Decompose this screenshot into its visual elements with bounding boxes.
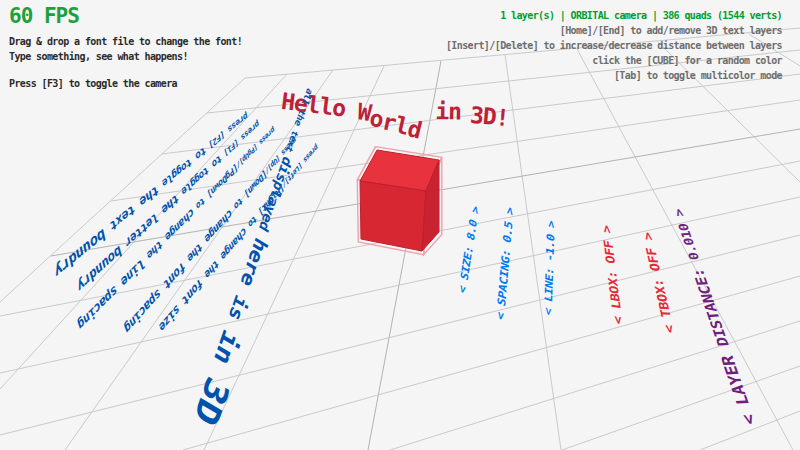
overlay-top-left: 60 FPS Drag & drop a font file to change… [9,8,242,91]
raylib-3d-text-demo-window: HelloWorldin3D! all the text displayed h… [0,0,800,450]
hint-f3-camera: Press [F3] to toggle the camera [9,76,242,91]
hint-type: Type something, see what happens! [9,49,242,64]
cube[interactable] [360,150,439,251]
hint-layers: [Home]/[End] to add/remove 3D text layer… [446,23,782,38]
hint-drag-drop: Drag & drop a font file to change the fo… [9,34,242,49]
render-status: 1 layer(s) | ORBITAL camera | 386 quads … [446,8,782,23]
hint-cube-color: click the [CUBE] for a random color [446,53,782,68]
fps-counter: 60 FPS [9,8,242,25]
hint-multicolor: [Tab] to toggle multicolor mode [446,68,782,83]
hint-layer-distance: [Insert]/[Delete] to increase/decrease d… [446,38,782,53]
overlay-top-right: 1 layer(s) | ORBITAL camera | 386 quads … [446,8,782,83]
